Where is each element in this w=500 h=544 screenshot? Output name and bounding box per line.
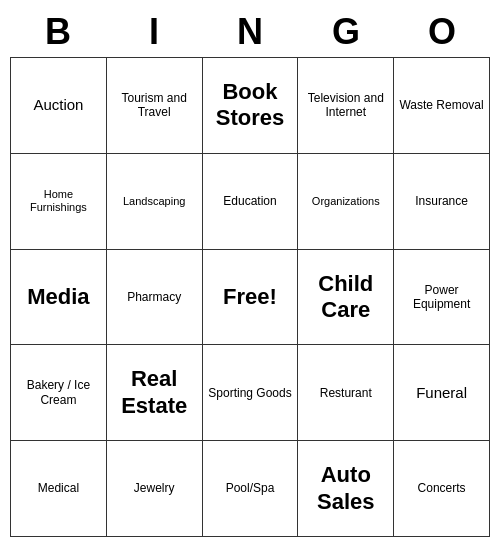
bingo-cell-3-3: Resturant bbox=[298, 345, 394, 441]
bingo-row-0: AuctionTourism and TravelBook StoresTele… bbox=[11, 58, 490, 154]
cell-text-2-1: Pharmacy bbox=[127, 290, 181, 304]
bingo-header: BINGO bbox=[10, 7, 490, 57]
bingo-cell-2-1: Pharmacy bbox=[107, 250, 203, 346]
cell-text-3-4: Funeral bbox=[416, 384, 467, 402]
bingo-cell-3-4: Funeral bbox=[394, 345, 490, 441]
bingo-cell-4-2: Pool/Spa bbox=[203, 441, 299, 537]
cell-text-0-2: Book Stores bbox=[207, 79, 294, 132]
cell-text-3-2: Sporting Goods bbox=[208, 386, 291, 400]
cell-text-1-2: Education bbox=[223, 194, 276, 208]
bingo-cell-3-1: Real Estate bbox=[107, 345, 203, 441]
bingo-cell-0-4: Waste Removal bbox=[394, 58, 490, 154]
cell-text-2-2: Free! bbox=[223, 284, 277, 310]
bingo-cell-1-0: Home Furnishings bbox=[11, 154, 107, 250]
header-letter-N: N bbox=[202, 7, 298, 57]
bingo-cell-2-2: Free! bbox=[203, 250, 299, 346]
bingo-cell-3-0: Bakery / Ice Cream bbox=[11, 345, 107, 441]
cell-text-1-4: Insurance bbox=[415, 194, 468, 208]
bingo-cell-4-0: Medical bbox=[11, 441, 107, 537]
cell-text-3-0: Bakery / Ice Cream bbox=[15, 378, 102, 407]
cell-text-4-3: Auto Sales bbox=[302, 462, 389, 515]
bingo-cell-0-2: Book Stores bbox=[203, 58, 299, 154]
bingo-cell-1-1: Landscaping bbox=[107, 154, 203, 250]
cell-text-2-4: Power Equipment bbox=[398, 283, 485, 312]
bingo-cell-0-0: Auction bbox=[11, 58, 107, 154]
bingo-cell-1-3: Organizations bbox=[298, 154, 394, 250]
header-letter-I: I bbox=[106, 7, 202, 57]
bingo-cell-4-3: Auto Sales bbox=[298, 441, 394, 537]
cell-text-1-0: Home Furnishings bbox=[15, 188, 102, 214]
bingo-cell-2-3: Child Care bbox=[298, 250, 394, 346]
bingo-row-1: Home FurnishingsLandscapingEducationOrga… bbox=[11, 154, 490, 250]
cell-text-4-0: Medical bbox=[38, 481, 79, 495]
bingo-row-4: MedicalJewelryPool/SpaAuto SalesConcerts bbox=[11, 441, 490, 537]
cell-text-1-3: Organizations bbox=[312, 195, 380, 208]
bingo-row-2: MediaPharmacyFree!Child CarePower Equipm… bbox=[11, 250, 490, 346]
bingo-grid: AuctionTourism and TravelBook StoresTele… bbox=[10, 57, 490, 537]
header-letter-G: G bbox=[298, 7, 394, 57]
cell-text-0-0: Auction bbox=[33, 96, 83, 114]
cell-text-2-3: Child Care bbox=[302, 271, 389, 324]
bingo-cell-1-4: Insurance bbox=[394, 154, 490, 250]
cell-text-4-4: Concerts bbox=[418, 481, 466, 495]
bingo-cell-2-0: Media bbox=[11, 250, 107, 346]
cell-text-3-1: Real Estate bbox=[111, 366, 198, 419]
cell-text-4-1: Jewelry bbox=[134, 481, 175, 495]
header-letter-O: O bbox=[394, 7, 490, 57]
cell-text-3-3: Resturant bbox=[320, 386, 372, 400]
cell-text-0-3: Television and Internet bbox=[302, 91, 389, 120]
bingo-cell-1-2: Education bbox=[203, 154, 299, 250]
bingo-cell-2-4: Power Equipment bbox=[394, 250, 490, 346]
bingo-cell-0-1: Tourism and Travel bbox=[107, 58, 203, 154]
cell-text-0-4: Waste Removal bbox=[399, 98, 483, 112]
cell-text-2-0: Media bbox=[27, 284, 89, 310]
bingo-cell-4-4: Concerts bbox=[394, 441, 490, 537]
bingo-card: BINGO AuctionTourism and TravelBook Stor… bbox=[10, 7, 490, 537]
cell-text-0-1: Tourism and Travel bbox=[111, 91, 198, 120]
bingo-cell-4-1: Jewelry bbox=[107, 441, 203, 537]
cell-text-4-2: Pool/Spa bbox=[226, 481, 275, 495]
bingo-cell-3-2: Sporting Goods bbox=[203, 345, 299, 441]
bingo-cell-0-3: Television and Internet bbox=[298, 58, 394, 154]
bingo-row-3: Bakery / Ice CreamReal EstateSporting Go… bbox=[11, 345, 490, 441]
header-letter-B: B bbox=[10, 7, 106, 57]
cell-text-1-1: Landscaping bbox=[123, 195, 185, 208]
